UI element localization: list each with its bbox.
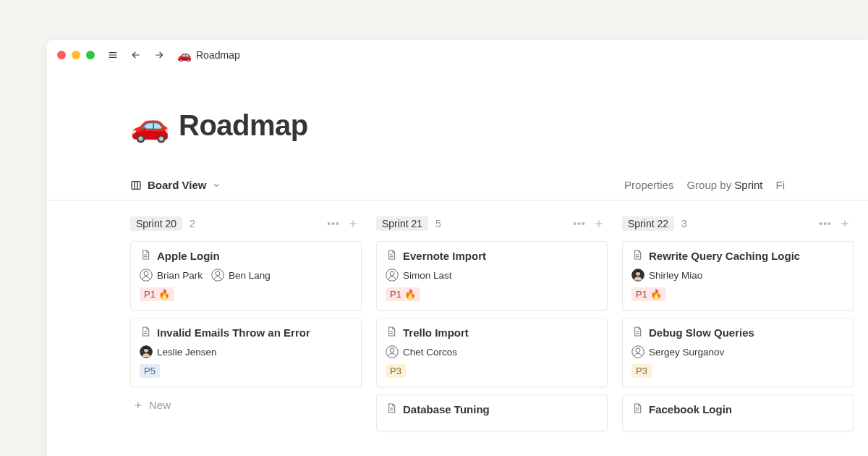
assignee-name: Sergey Surganov xyxy=(649,347,724,358)
svg-point-15 xyxy=(216,271,220,276)
page-icon xyxy=(386,249,397,263)
assignee: Leslie Jensen xyxy=(140,345,217,358)
breadcrumb-emoji: 🚗 xyxy=(177,48,192,62)
card-assignees: Sergey Surganov xyxy=(631,345,844,358)
group-by-label: Group by xyxy=(686,179,731,191)
column-header: Sprint 215••• xyxy=(376,214,608,234)
column-count: 2 xyxy=(190,218,195,229)
priority-badge: P3 xyxy=(386,364,406,378)
view-selector[interactable]: Board View xyxy=(130,179,221,200)
page-icon xyxy=(631,402,643,416)
page-icon xyxy=(631,249,643,263)
assignee: Ben Lang xyxy=(211,269,271,282)
board-card[interactable]: Invalid Emails Throw an ErrorLeslie Jens… xyxy=(130,318,362,387)
avatar xyxy=(631,345,644,358)
board-card[interactable]: Apple LoginBrian ParkBen LangP1 🔥 xyxy=(130,241,362,311)
avatar xyxy=(140,269,153,282)
window-maximize[interactable] xyxy=(86,51,95,59)
column-more-icon[interactable]: ••• xyxy=(573,218,586,229)
board-column: Sprint 215•••Evernote ImportSimon LastP1… xyxy=(376,214,608,439)
card-title: Rewrite Query Caching Logic xyxy=(649,250,800,262)
page-header: 🚗 Roadmap xyxy=(47,70,868,151)
column-count: 3 xyxy=(681,218,687,229)
column-header: Sprint 202••• xyxy=(130,214,362,234)
board-card[interactable]: Debug Slow QueriesSergey SurganovP3 xyxy=(622,318,854,387)
priority-badge: P1 🔥 xyxy=(386,287,420,301)
svg-point-43 xyxy=(636,348,640,352)
column-tag[interactable]: Sprint 20 xyxy=(130,216,182,231)
board-column: Sprint 223•••Rewrite Query Caching Logic… xyxy=(622,214,854,439)
board-card[interactable]: Trello ImportChet CorcosP3 xyxy=(376,318,608,387)
priority-badge: P1 🔥 xyxy=(631,287,666,301)
column-more-icon[interactable]: ••• xyxy=(327,218,340,229)
priority-badge: P3 xyxy=(631,364,652,378)
column-add-icon[interactable] xyxy=(593,218,605,229)
page-title: 🚗 Roadmap xyxy=(130,106,785,144)
page-icon xyxy=(140,326,151,339)
board-card[interactable]: Evernote ImportSimon LastP1 🔥 xyxy=(376,241,608,311)
assignee-name: Ben Lang xyxy=(229,270,271,281)
board-card[interactable]: Rewrite Query Caching LogicShirley MiaoP… xyxy=(622,241,854,311)
svg-point-27 xyxy=(390,271,394,276)
avatar xyxy=(631,269,644,282)
board-card[interactable]: Facebook Login xyxy=(622,394,854,431)
page-icon xyxy=(140,249,151,263)
assignee: Sergey Surganov xyxy=(631,345,724,358)
column-add-icon[interactable] xyxy=(347,218,359,229)
new-card-button[interactable]: New xyxy=(130,394,362,415)
avatar xyxy=(386,269,399,282)
board-column: Sprint 202•••Apple LoginBrian ParkBen La… xyxy=(130,214,362,439)
traffic-lights xyxy=(57,51,95,59)
column-add-icon[interactable] xyxy=(839,218,851,229)
card-title: Trello Import xyxy=(403,326,469,339)
board: Sprint 202•••Apple LoginBrian ParkBen La… xyxy=(47,200,868,439)
card-title: Evernote Import xyxy=(403,250,486,262)
page-emoji[interactable]: 🚗 xyxy=(130,106,170,144)
window-minimize[interactable] xyxy=(72,51,80,59)
breadcrumb[interactable]: 🚗 Roadmap xyxy=(177,48,240,62)
view-label: Board View xyxy=(148,179,206,191)
column-tag[interactable]: Sprint 22 xyxy=(622,216,674,231)
page-icon xyxy=(386,402,397,416)
group-by-value: Sprint xyxy=(734,179,762,191)
avatar xyxy=(140,345,153,358)
svg-point-13 xyxy=(144,271,148,276)
forward-button[interactable] xyxy=(151,47,167,63)
assignee-name: Chet Corcos xyxy=(403,347,457,358)
board-card[interactable]: Database Tuning xyxy=(376,394,608,431)
window-close[interactable] xyxy=(57,51,66,59)
priority-badge: P1 🔥 xyxy=(140,287,174,301)
chevron-down-icon xyxy=(212,181,221,190)
page-icon xyxy=(631,326,643,339)
topbar: 🚗 Roadmap xyxy=(47,40,868,70)
card-assignees: Leslie Jensen xyxy=(140,345,352,358)
assignee-name: Shirley Miao xyxy=(649,270,702,281)
assignee-name: Simon Last xyxy=(403,270,452,281)
card-title: Apple Login xyxy=(157,250,220,262)
new-card-label: New xyxy=(149,399,171,411)
assignee: Simon Last xyxy=(386,269,452,282)
assignee-name: Brian Park xyxy=(157,270,203,281)
page-title-text[interactable]: Roadmap xyxy=(179,109,308,142)
card-title: Invalid Emails Throw an Error xyxy=(157,326,310,339)
column-tag[interactable]: Sprint 21 xyxy=(376,216,428,231)
card-title: Facebook Login xyxy=(649,403,732,415)
view-actions: Properties Group by Sprint Fi xyxy=(624,179,785,200)
menu-icon[interactable] xyxy=(105,47,121,63)
viewbar: Board View Properties Group by Sprint Fi xyxy=(47,169,868,200)
assignee: Brian Park xyxy=(140,269,203,282)
filter-button[interactable]: Fi xyxy=(776,179,786,191)
back-button[interactable] xyxy=(128,47,144,63)
properties-button[interactable]: Properties xyxy=(624,179,673,191)
avatar xyxy=(211,269,224,282)
svg-point-31 xyxy=(390,348,394,352)
card-assignees: Shirley Miao xyxy=(631,269,844,282)
column-header: Sprint 223••• xyxy=(622,214,854,234)
page-icon xyxy=(386,326,397,339)
assignee: Chet Corcos xyxy=(386,345,457,358)
group-by-button[interactable]: Group by Sprint xyxy=(686,179,762,191)
column-count: 5 xyxy=(435,218,441,229)
column-more-icon[interactable]: ••• xyxy=(819,218,832,229)
card-assignees: Simon Last xyxy=(386,269,598,282)
card-title: Debug Slow Queries xyxy=(649,326,754,339)
